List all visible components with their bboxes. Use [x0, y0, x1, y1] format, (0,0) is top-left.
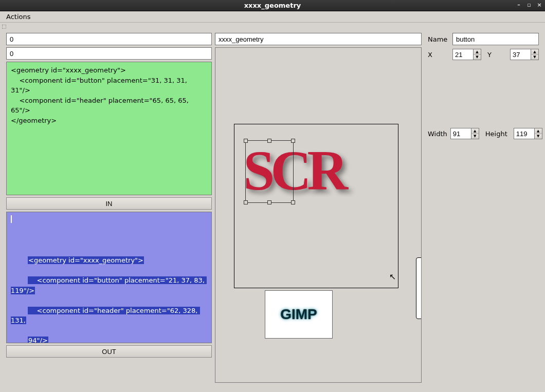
in-button[interactable]: IN — [6, 197, 212, 210]
properties-column: Name X ▲▼ Y ▲▼ Width ▲▼ Height — [425, 33, 539, 383]
window-title: xxxx_geometry — [0, 2, 545, 9]
spin-down-icon[interactable]: ▼ — [471, 134, 479, 139]
resize-handle-icon[interactable] — [291, 139, 295, 143]
spacer — [428, 64, 539, 124]
spin-up-icon[interactable]: ▲ — [474, 49, 481, 55]
window-titlebar: xxxx_geometry – ▫ × — [0, 0, 545, 11]
out-button[interactable]: OUT — [6, 345, 212, 358]
xml-out-lines: <geometry id="xxxx_geometry"> <component… — [11, 246, 207, 344]
clipped-element — [416, 257, 422, 319]
design-canvas[interactable]: SCR GIMP ↖ — [215, 47, 422, 383]
gimp-logo-text: GIMP — [280, 306, 317, 323]
middle-column: SCR GIMP ↖ — [215, 33, 422, 383]
resize-handle-icon[interactable] — [244, 139, 248, 143]
spin-up-icon[interactable]: ▲ — [531, 49, 538, 55]
xml-out-line: <component id="header" placement="62, 32… — [11, 307, 200, 325]
width-stepper[interactable]: ▲▼ — [450, 128, 479, 139]
y-field[interactable] — [510, 49, 531, 60]
geometry-name-input[interactable] — [215, 33, 422, 45]
maximize-icon[interactable]: ▫ — [525, 2, 533, 9]
text-caret-icon — [11, 215, 12, 223]
xml-out-line: <component id="button" placement="21, 37… — [11, 276, 207, 294]
resize-handle-icon[interactable] — [267, 200, 271, 204]
menu-actions[interactable]: Actions — [3, 12, 34, 22]
height-stepper[interactable]: ▲▼ — [514, 128, 542, 139]
height-label: Height — [485, 130, 507, 138]
spin-up-icon[interactable]: ▲ — [471, 128, 479, 134]
close-icon[interactable]: × — [536, 2, 543, 9]
height-field[interactable] — [514, 128, 534, 139]
y-stepper[interactable]: ▲▼ — [510, 49, 539, 60]
name-field[interactable] — [452, 33, 539, 45]
y-label: Y — [487, 51, 492, 59]
x-label: X — [428, 51, 449, 59]
resize-handle-icon[interactable] — [244, 200, 248, 204]
width-label: Width — [428, 130, 447, 138]
workspace: <geometry id="xxxx_geometry"> <component… — [0, 28, 545, 392]
menubar: Actions — [0, 11, 545, 23]
spin-down-icon[interactable]: ▼ — [535, 134, 542, 139]
spin-down-icon[interactable]: ▼ — [474, 55, 481, 60]
spin-down-icon[interactable]: ▼ — [531, 55, 538, 60]
xml-out-textarea[interactable]: <geometry id="xxxx_geometry"> <component… — [6, 212, 212, 343]
gimp-thumbnail[interactable]: GIMP — [265, 290, 333, 339]
x-field[interactable] — [452, 49, 473, 60]
spin-up-icon[interactable]: ▲ — [535, 128, 542, 134]
toolbar-grip-row — [0, 23, 545, 28]
numeric-input-2[interactable] — [6, 47, 212, 60]
resize-handle-icon[interactable] — [267, 139, 271, 143]
x-stepper[interactable]: ▲▼ — [452, 49, 481, 60]
xml-out-line: <geometry id="xxxx_geometry"> — [28, 256, 144, 264]
numeric-input-1[interactable] — [6, 33, 212, 45]
grip-icon[interactable] — [2, 25, 6, 29]
xml-out-line: 94"/> — [28, 337, 48, 343]
xml-in-textarea[interactable]: <geometry id="xxxx_geometry"> <component… — [6, 62, 212, 195]
width-field[interactable] — [450, 128, 471, 139]
name-label: Name — [428, 35, 449, 43]
selection-box[interactable] — [245, 140, 294, 203]
resize-handle-icon[interactable] — [291, 200, 295, 204]
minimize-icon[interactable]: – — [515, 2, 522, 9]
left-column: <geometry id="xxxx_geometry"> <component… — [6, 33, 212, 383]
